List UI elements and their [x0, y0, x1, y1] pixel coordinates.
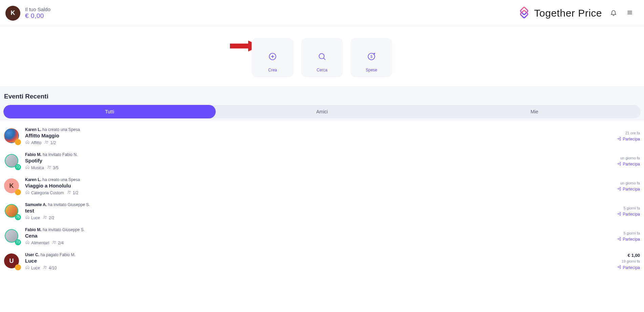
balance-block[interactable]: Il tuo Saldo € 0,00: [25, 6, 50, 20]
search-icon: [318, 52, 326, 62]
event-time: un giorno fa: [620, 156, 640, 160]
event-right: un giorno fa Partecipa: [599, 156, 640, 167]
event-category: Alimentari: [25, 240, 49, 246]
svg-point-15: [48, 166, 49, 167]
svg-point-9: [319, 53, 324, 59]
join-icon: [617, 211, 621, 217]
event-avatar-wrap: 75: [4, 203, 20, 220]
members-icon: [43, 265, 47, 271]
participate-button[interactable]: Partecipa: [617, 237, 640, 242]
event-body: Fabio M. ha invitato Fabio N. Spotify Mu…: [25, 152, 595, 171]
expense-icon: $: [367, 52, 376, 62]
event-title: Affitto Maggio: [25, 133, 595, 138]
event-category: Affitto: [25, 140, 41, 146]
hamburger-icon: [626, 9, 633, 17]
svg-line-10: [324, 58, 325, 60]
event-right: 5 giorni fa Partecipa: [599, 206, 640, 217]
logo-mark-icon: [517, 6, 531, 20]
event-members: 1/2: [44, 140, 56, 146]
svg-point-18: [69, 191, 70, 192]
participate-button[interactable]: Partecipa: [617, 211, 640, 217]
svg-point-24: [45, 266, 46, 267]
brand-logo[interactable]: Together Price: [517, 6, 602, 20]
svg-point-23: [44, 266, 45, 267]
user-avatar[interactable]: K: [5, 6, 20, 21]
event-list: Karen L. ha creato una Spesa Affitto Mag…: [0, 124, 644, 274]
members-icon: [44, 140, 49, 146]
event-body: Karen L. ha creato una Spesa Viaggio a H…: [25, 177, 595, 196]
search-tile[interactable]: Cerca: [301, 38, 343, 77]
event-right: un giorno fa Partecipa: [599, 181, 640, 192]
join-icon: [617, 161, 621, 167]
event-row[interactable]: 73 Fabio M. ha invitato Giuseppe S. Cena…: [0, 224, 644, 249]
tab-mine[interactable]: Mie: [428, 105, 641, 118]
category-icon: [25, 265, 30, 271]
participate-button[interactable]: Partecipa: [617, 186, 640, 192]
category-icon: [25, 165, 30, 171]
header-right: Together Price: [517, 6, 635, 20]
event-title: Viaggio a Honolulu: [25, 183, 595, 188]
create-tile[interactable]: Crea: [252, 38, 294, 77]
trust-badge: [15, 189, 21, 195]
participate-button[interactable]: Partecipa: [617, 265, 640, 270]
event-row[interactable]: K Karen L. ha creato una Spesa Viaggio a…: [0, 174, 644, 199]
join-icon: [617, 186, 621, 192]
brand-name: Together Price: [534, 7, 602, 19]
participate-button[interactable]: Partecipa: [617, 136, 640, 142]
members-icon: [43, 215, 47, 221]
recent-events-title: Eventi Recenti: [4, 93, 641, 100]
event-avatar-wrap: K: [4, 178, 20, 195]
event-byline: Fabio M. ha invitato Giuseppe S.: [25, 227, 595, 232]
event-category: Musica: [25, 165, 44, 171]
event-avatar-wrap: U: [4, 253, 20, 270]
event-right: 21 ore fa Partecipa: [599, 131, 640, 142]
event-byline: Samuele A. ha invitato Giuseppe S.: [25, 202, 595, 207]
event-body: Fabio M. ha invitato Giuseppe S. Cena Al…: [25, 227, 595, 246]
notifications-button[interactable]: [609, 8, 618, 18]
balance-value: € 0,00: [25, 12, 50, 20]
event-time: 5 giorni fa: [624, 231, 640, 235]
expenses-tile[interactable]: $ Spese: [350, 38, 392, 77]
event-category: Categoria Custom: [25, 190, 64, 196]
svg-point-22: [55, 241, 56, 242]
event-row[interactable]: Karen L. ha creato una Spesa Affitto Mag…: [0, 124, 644, 149]
event-members: 1/2: [67, 190, 79, 196]
event-meta: Affitto 1/2: [25, 140, 595, 146]
participate-button[interactable]: Partecipa: [617, 161, 640, 167]
event-row[interactable]: U User C. ha pagato Fabio M. Luce Luce 4…: [0, 249, 644, 274]
event-meta: Categoria Custom 1/2: [25, 190, 595, 196]
event-byline: User C. ha pagato Fabio M.: [25, 252, 595, 257]
quick-actions: Crea Cerca $ Spese: [0, 26, 644, 86]
tab-all[interactable]: Tutti: [3, 105, 216, 118]
event-amount: € 1,00: [628, 253, 640, 258]
app-header: K Il tuo Saldo € 0,00: [0, 0, 644, 26]
members-icon: [52, 240, 57, 246]
category-icon: [25, 215, 30, 221]
svg-point-19: [44, 216, 45, 217]
svg-point-13: [45, 141, 47, 142]
event-row[interactable]: 73 Fabio M. ha invitato Fabio N. Spotify…: [0, 149, 644, 174]
event-row[interactable]: 75 Samuele A. ha invitato Giuseppe S. te…: [0, 199, 644, 224]
tile-label: Crea: [268, 68, 277, 72]
event-right: 5 giorni fa Partecipa: [599, 231, 640, 242]
svg-point-21: [53, 241, 55, 242]
category-icon: [25, 140, 30, 146]
event-time: 21 ore fa: [625, 131, 640, 135]
join-icon: [617, 136, 621, 142]
tile-label: Spese: [366, 68, 377, 72]
event-category: Luce: [25, 265, 40, 271]
balance-label: Il tuo Saldo: [25, 6, 50, 12]
event-meta: Luce 4/10: [25, 265, 595, 271]
event-category: Luce: [25, 215, 40, 221]
event-avatar-wrap: 73: [4, 153, 20, 170]
recent-events: Eventi Recenti Tutti Amici Mie: [0, 86, 644, 120]
tab-friends[interactable]: Amici: [216, 105, 428, 118]
event-meta: Luce 2/2: [25, 215, 595, 221]
trust-badge: 73: [15, 239, 21, 245]
svg-point-14: [47, 141, 48, 142]
event-byline: Karen L. ha creato una Spesa: [25, 127, 595, 132]
event-body: Karen L. ha creato una Spesa Affitto Mag…: [25, 127, 595, 146]
menu-button[interactable]: [625, 8, 635, 18]
event-title: Luce: [25, 258, 595, 264]
join-icon: [617, 237, 621, 242]
